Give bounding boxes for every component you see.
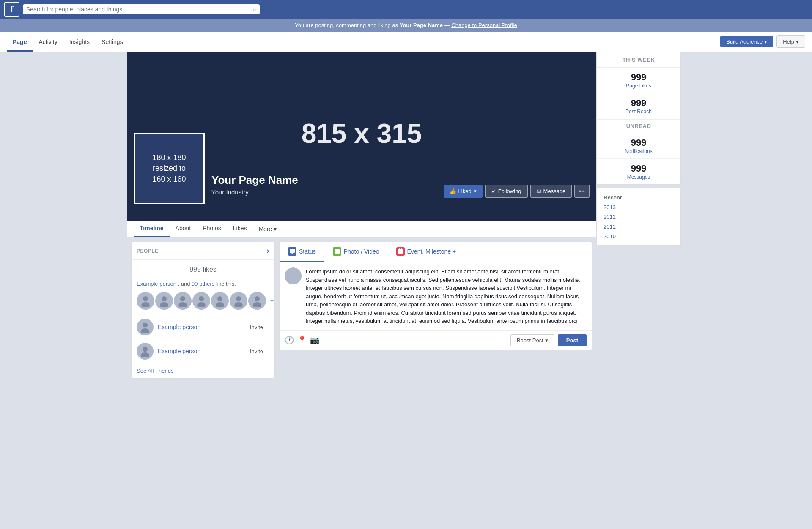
tab-page[interactable]: Page bbox=[7, 32, 33, 52]
friend-more-count[interactable]: +99 bbox=[270, 297, 275, 304]
post-content-area: Lorem ipsum dolor sit amet, consectetur … bbox=[280, 262, 592, 330]
change-to-personal-link[interactable]: Change to Personal Profile bbox=[451, 22, 517, 28]
people-section-header: PEOPLE › bbox=[132, 242, 274, 260]
notifications-stat: 999 Notifications bbox=[597, 133, 680, 159]
svg-point-16 bbox=[143, 347, 148, 352]
friend-avatar-6 bbox=[230, 292, 247, 310]
invite-button-1[interactable]: Invite bbox=[244, 322, 269, 333]
camera-icon[interactable]: 📷 bbox=[310, 335, 319, 345]
sub-tab-photos[interactable]: Photos bbox=[197, 219, 227, 237]
center-feed: Status Photo / Video Event bbox=[279, 242, 592, 379]
friend-avatar-7 bbox=[248, 292, 266, 310]
post-actions-bar: 🕐 📍 📷 Boost Post ▾ Post bbox=[280, 330, 592, 350]
friend-item-name-1[interactable]: Example person bbox=[158, 324, 239, 330]
profile-pic-area: 180 x 180 resized to 160 x 160 bbox=[134, 133, 205, 204]
search-input[interactable] bbox=[26, 6, 251, 13]
below-cover-content: PEOPLE › 999 likes Example person , and … bbox=[127, 237, 596, 383]
boost-post-button[interactable]: Boost Post ▾ bbox=[510, 334, 554, 346]
likes-number: 999 bbox=[189, 266, 201, 273]
page-name-area: Your Page Name Your Industry bbox=[211, 174, 298, 196]
page-title: Your Page Name bbox=[211, 174, 298, 187]
likes-label: likes bbox=[203, 266, 217, 273]
invite-button-2[interactable]: Invite bbox=[244, 346, 269, 357]
svg-rect-22 bbox=[398, 249, 403, 254]
composer-tab-photo[interactable]: Photo / Video bbox=[324, 242, 388, 262]
posting-banner-page-name: Your Page Name bbox=[400, 22, 443, 28]
thumbs-up-icon: 👍 bbox=[450, 188, 456, 194]
composer-tab-event[interactable]: Event, Milestone + bbox=[388, 242, 465, 262]
svg-point-10 bbox=[236, 296, 241, 301]
sub-tab-timeline[interactable]: Timeline bbox=[134, 219, 170, 237]
right-sidebar: THIS WEEK 999 Page Likes 999 Post Reach … bbox=[596, 52, 685, 383]
main-content: 815 x 315 180 x 180 resized to 160 x 160… bbox=[127, 52, 685, 383]
composer-tab-status[interactable]: Status bbox=[280, 242, 324, 262]
search-icon: ⌕ bbox=[253, 6, 256, 13]
left-sidebar: PEOPLE › 999 likes Example person , and … bbox=[131, 242, 275, 379]
post-actions-right: Boost Post ▾ Post bbox=[510, 334, 587, 346]
cover-photo-container: 815 x 315 180 x 180 resized to 160 x 160… bbox=[127, 52, 596, 219]
tab-settings[interactable]: Settings bbox=[96, 32, 129, 52]
timeline-nav: Recent 2013 2012 2011 2010 bbox=[596, 188, 681, 246]
cover-dimensions-label: 815 x 315 bbox=[302, 118, 422, 149]
message-label: Message bbox=[543, 188, 566, 194]
post-author-avatar bbox=[285, 267, 302, 284]
build-audience-button[interactable]: Build Audience ▾ bbox=[720, 36, 773, 47]
friend-avatar-1 bbox=[137, 292, 154, 310]
post-button[interactable]: Post bbox=[558, 334, 587, 346]
profile-pic-line3: 160 x 160 bbox=[152, 174, 186, 185]
following-button[interactable]: ✓ Following bbox=[485, 185, 528, 198]
friend-item-avatar-2 bbox=[137, 343, 154, 360]
friend-avatar-3 bbox=[174, 292, 192, 310]
composer-tabs: Status Photo / Video Event bbox=[280, 242, 592, 262]
more-options-button[interactable]: ••• bbox=[574, 185, 590, 198]
help-button[interactable]: Help ▾ bbox=[776, 35, 805, 48]
post-text-content: Lorem ipsum dolor sit amet, consectetur … bbox=[306, 267, 587, 325]
post-reach-label[interactable]: Post Reach bbox=[601, 109, 676, 115]
sub-tab-about[interactable]: About bbox=[170, 219, 197, 237]
sub-tab-more[interactable]: More ▾ bbox=[252, 220, 283, 237]
timeline-year-2010[interactable]: 2010 bbox=[597, 232, 680, 241]
liked-button[interactable]: 👍 Liked ▾ bbox=[444, 185, 483, 198]
page-industry: Your Industry bbox=[211, 188, 298, 196]
status-tab-label: Status bbox=[299, 248, 316, 255]
page-likes-count: 999 bbox=[601, 72, 676, 83]
people-chevron-icon[interactable]: › bbox=[267, 246, 270, 255]
svg-point-2 bbox=[162, 296, 167, 301]
boost-post-chevron-icon: ▾ bbox=[545, 337, 548, 344]
people-label: PEOPLE bbox=[137, 248, 159, 254]
svg-point-11 bbox=[234, 302, 243, 307]
svg-marker-19 bbox=[291, 253, 294, 254]
photo-tab-icon bbox=[333, 247, 341, 256]
page-tabs-bar: Page Activity Insights Settings Build Au… bbox=[0, 32, 812, 52]
tab-insights[interactable]: Insights bbox=[63, 32, 96, 52]
see-all-friends-link[interactable]: See All Friends bbox=[132, 363, 274, 378]
build-audience-label: Build Audience bbox=[726, 38, 763, 45]
clock-icon[interactable]: 🕐 bbox=[285, 335, 294, 345]
friend-name-link[interactable]: Example person bbox=[137, 281, 176, 287]
timeline-recent-link[interactable]: Recent bbox=[597, 193, 680, 202]
timeline-year-2013[interactable]: 2013 bbox=[597, 202, 680, 212]
tab-activity[interactable]: Activity bbox=[33, 32, 63, 52]
notifications-label[interactable]: Notifications bbox=[601, 148, 676, 154]
page-likes-label[interactable]: Page Likes bbox=[601, 83, 676, 89]
posting-banner: You are posting, commenting and liking a… bbox=[0, 19, 812, 32]
location-icon[interactable]: 📍 bbox=[297, 335, 307, 345]
messages-label[interactable]: Messages bbox=[601, 174, 676, 180]
message-button[interactable]: ✉ Message bbox=[530, 185, 572, 198]
sub-tab-likes[interactable]: Likes bbox=[227, 219, 253, 237]
timeline-year-2011[interactable]: 2011 bbox=[597, 222, 680, 232]
profile-pic-line2: resized to bbox=[153, 163, 186, 174]
friend-item-name-2[interactable]: Example person bbox=[158, 348, 239, 354]
facebook-logo: f bbox=[4, 2, 19, 17]
friend-others-link[interactable]: 99 others bbox=[192, 281, 214, 287]
svg-point-9 bbox=[216, 302, 224, 307]
event-tab-icon bbox=[396, 247, 405, 256]
svg-point-3 bbox=[160, 302, 168, 307]
svg-point-7 bbox=[197, 302, 206, 307]
cover-area: 815 x 315 180 x 180 resized to 160 x 160… bbox=[127, 52, 596, 221]
help-label: Help bbox=[783, 38, 794, 45]
timeline-year-2012[interactable]: 2012 bbox=[597, 212, 680, 222]
more-label: More bbox=[258, 226, 272, 232]
svg-rect-18 bbox=[290, 249, 295, 253]
svg-point-0 bbox=[143, 296, 148, 301]
